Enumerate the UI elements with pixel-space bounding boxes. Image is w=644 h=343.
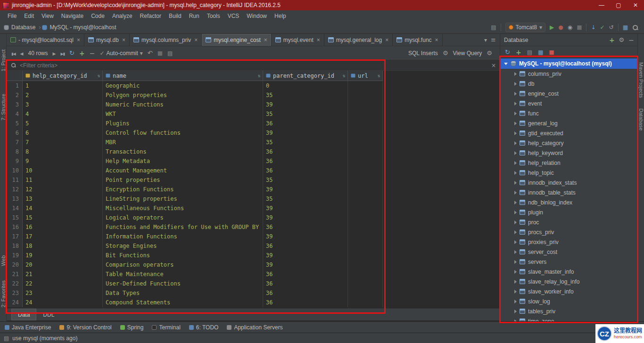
breadcrumb[interactable]: Database — [4, 24, 35, 31]
chevron-right-icon[interactable] — [514, 181, 517, 185]
cell-name[interactable]: User-Defined Functions — [103, 279, 263, 288]
cell-url[interactable] — [348, 213, 383, 222]
cell-url[interactable] — [348, 222, 383, 232]
db-table-procs_priv[interactable]: procs_priv — [500, 227, 638, 237]
cell-parent-category-id[interactable]: 35 — [263, 90, 348, 100]
sort-icon[interactable]: ⇅ — [343, 73, 346, 78]
cell-help-category-id[interactable]: 6 — [23, 128, 103, 138]
chevron-down-icon[interactable] — [484, 37, 487, 43]
cell-url[interactable] — [348, 194, 383, 204]
cell-name[interactable]: Storage Engines — [103, 241, 263, 251]
chevron-right-icon[interactable] — [514, 171, 517, 175]
db-table-proxies_priv[interactable]: proxies_priv — [500, 237, 638, 247]
cell-url[interactable] — [348, 147, 383, 156]
chevron-right-icon[interactable] — [514, 280, 517, 284]
table-row[interactable]: 2323Data Types36 — [7, 288, 500, 298]
cell-name[interactable]: Transactions — [103, 147, 263, 156]
cell-url[interactable] — [348, 156, 383, 166]
close-icon[interactable]: × — [77, 37, 80, 43]
clear-filter-icon[interactable] — [491, 63, 496, 68]
cell-name[interactable]: Bit Functions — [103, 251, 263, 260]
menu-help[interactable]: Help — [271, 11, 290, 21]
close-icon[interactable]: × — [317, 37, 320, 43]
db-table-help_keyword[interactable]: help_keyword — [500, 148, 638, 158]
revert-icon[interactable] — [148, 50, 153, 56]
export-settings-icon[interactable] — [443, 50, 448, 56]
table-row[interactable]: 1818Storage Engines36 — [7, 241, 500, 251]
table-row[interactable]: 1313LineString properties35 — [7, 194, 500, 204]
hide-windows-icon[interactable] — [491, 24, 496, 30]
chevron-right-icon[interactable] — [514, 250, 517, 254]
cell-help-category-id[interactable]: 21 — [23, 270, 103, 279]
cell-url[interactable] — [348, 204, 383, 213]
db-table-gtid_executed[interactable]: gtid_executed — [500, 128, 638, 138]
table-row[interactable]: 1717Information Functions39 — [7, 232, 500, 241]
menu-window[interactable]: Window — [243, 11, 271, 21]
chevron-right-icon[interactable] — [514, 310, 517, 313]
cell-parent-category-id[interactable]: 0 — [263, 81, 348, 90]
cell-url[interactable] — [348, 232, 383, 241]
cell-parent-category-id[interactable]: 39 — [263, 204, 348, 213]
db-table-general_log[interactable]: general_log — [500, 118, 638, 128]
db-table-db[interactable]: db — [500, 79, 638, 89]
toolwindow-structure-button[interactable]: 7: Structure — [0, 87, 7, 127]
menu-vcs[interactable]: VCS — [224, 11, 243, 21]
disconnect-icon[interactable] — [549, 49, 554, 55]
column-header-url[interactable]: url⇅ — [348, 71, 383, 81]
cell-parent-category-id[interactable]: 36 — [263, 147, 348, 156]
chevron-right-icon[interactable] — [514, 131, 517, 135]
cell-name[interactable]: Help Metadata — [103, 156, 263, 166]
panel-settings-icon[interactable] — [619, 37, 625, 43]
db-table-func[interactable]: func — [500, 108, 638, 118]
menu-code[interactable]: Code — [87, 11, 108, 21]
table-row[interactable]: 88Transactions36 — [7, 147, 500, 156]
cell-url[interactable] — [348, 166, 383, 175]
cell-parent-category-id[interactable]: 39 — [263, 251, 348, 260]
cell-parent-category-id[interactable]: 35 — [263, 194, 348, 204]
cell-help-category-id[interactable]: 16 — [23, 222, 103, 232]
chevron-right-icon[interactable] — [514, 290, 517, 294]
cell-parent-category-id[interactable]: 39 — [263, 232, 348, 241]
table-row[interactable]: 11Geographic0 — [7, 81, 500, 90]
cell-name[interactable]: Account Management — [103, 166, 263, 175]
cell-name[interactable]: Table Maintenance — [103, 270, 263, 279]
table-row[interactable]: 2424Compound Statements36 — [7, 298, 500, 307]
cell-help-category-id[interactable]: 10 — [23, 166, 103, 175]
close-icon[interactable]: × — [385, 37, 388, 43]
cell-help-category-id[interactable]: 11 — [23, 175, 103, 185]
table-row[interactable]: 1010Account Management36 — [7, 166, 500, 175]
filter-criteria-input[interactable]: <Filter criteria> — [7, 60, 500, 71]
close-button[interactable]: ✕ — [627, 0, 644, 10]
hide-panel-icon[interactable] — [628, 37, 634, 43]
cell-parent-category-id[interactable]: 35 — [263, 109, 348, 119]
add-row-icon[interactable] — [79, 50, 85, 57]
minimize-button[interactable]: — — [593, 0, 610, 10]
cell-url[interactable] — [348, 260, 383, 270]
bottom-tab-ddl[interactable]: DDL — [36, 309, 61, 320]
chevron-right-icon[interactable] — [514, 122, 517, 125]
cell-help-category-id[interactable]: 3 — [23, 100, 103, 109]
cell-name[interactable]: Logical operators — [103, 213, 263, 222]
table-row[interactable]: 2222User-Defined Functions36 — [7, 279, 500, 288]
cell-help-category-id[interactable]: 20 — [23, 260, 103, 270]
cell-url[interactable] — [348, 81, 383, 90]
toolwindow-favorites-button[interactable]: 2: Favorites — [0, 272, 7, 316]
db-table-slave_worker_info[interactable]: slave_worker_info — [500, 286, 638, 296]
chevron-right-icon[interactable] — [514, 211, 517, 214]
cell-parent-category-id[interactable]: 39 — [263, 260, 348, 270]
table-row[interactable]: 1111Point properties35 — [7, 175, 500, 185]
menu-view[interactable]: View — [38, 11, 58, 21]
cell-parent-category-id[interactable]: 39 — [263, 128, 348, 138]
table-row[interactable]: 22Polygon properties35 — [7, 90, 500, 100]
cell-help-category-id[interactable]: 1 — [23, 81, 103, 90]
table-row[interactable]: 2020Comparison operators39 — [7, 260, 500, 270]
cell-help-category-id[interactable]: 22 — [23, 279, 103, 288]
db-table-help_category[interactable]: help_category — [500, 138, 638, 148]
cell-help-category-id[interactable]: 4 — [23, 109, 103, 119]
chevron-down-icon[interactable] — [504, 63, 508, 65]
chevron-right-icon[interactable] — [514, 191, 517, 195]
cell-name[interactable]: Data Types — [103, 288, 263, 298]
reload-page-icon[interactable] — [69, 50, 74, 56]
vcs-commit-icon[interactable] — [600, 24, 605, 30]
db-table-slave_relay_log_info[interactable]: slave_relay_log_info — [500, 277, 638, 286]
